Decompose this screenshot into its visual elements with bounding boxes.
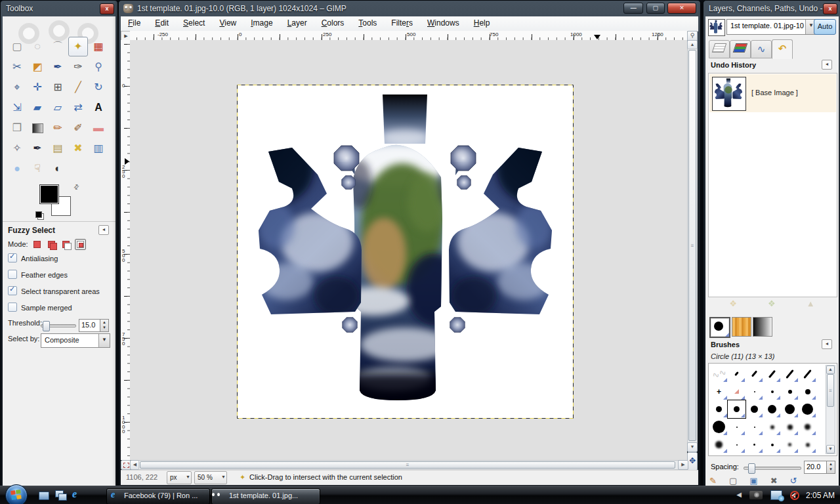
option-antialiasing[interactable]: Antialiasing xyxy=(8,253,58,265)
horizontal-scrollbar-thumb[interactable]: ≡ xyxy=(140,461,675,469)
tool-perspective[interactable]: ▱ xyxy=(48,98,68,117)
brush-cell[interactable] xyxy=(764,419,780,435)
internet-explorer-icon[interactable]: e xyxy=(72,488,84,499)
canvas-image[interactable] xyxy=(237,85,574,419)
menu-colors[interactable]: Colors xyxy=(314,16,352,30)
unit-dropdown[interactable]: px ▼ xyxy=(167,471,192,484)
spacing-spinner[interactable]: 20.0 ▲▼ xyxy=(804,461,835,474)
select-by-dropdown[interactable]: Composite ▼ xyxy=(41,333,110,348)
brush-cell[interactable] xyxy=(728,419,745,435)
brush-cell[interactable] xyxy=(782,401,798,417)
brush-scrollbar[interactable]: ▲ ≡ ▼ xyxy=(826,365,835,454)
tool-ellipse-select[interactable]: ◌ xyxy=(28,37,47,56)
tool-rotate[interactable]: ↻ xyxy=(89,77,108,97)
tool-dodge-burn[interactable]: ◐ xyxy=(48,159,68,178)
close-button[interactable]: ✕ xyxy=(667,3,696,14)
menu-image[interactable]: Image xyxy=(243,16,280,30)
tool-paintbrush[interactable]: ✐ xyxy=(68,118,88,138)
color-swatches[interactable]: ⇄ xyxy=(39,184,80,219)
taskbar-task-gimp[interactable]: 1st template. 01.jpg... xyxy=(211,488,320,504)
show-desktop-icon[interactable] xyxy=(38,490,50,501)
tool-fuzzy-select[interactable]: ✦ xyxy=(68,37,88,56)
tray-chevron-icon[interactable]: ◀ xyxy=(736,491,742,498)
brush-cell[interactable] xyxy=(782,383,798,400)
brush-cell[interactable] xyxy=(799,401,816,417)
menu-help[interactable]: Help xyxy=(467,16,497,30)
main-titlebar[interactable]: 1st template. 01.jpg-10.0 (RGB, 1 layer)… xyxy=(119,1,700,16)
brush-cell[interactable] xyxy=(764,436,780,453)
maximize-button[interactable]: ▢ xyxy=(646,3,665,14)
toolbox-close-icon[interactable]: x xyxy=(100,3,114,14)
brush-cell[interactable] xyxy=(728,383,745,400)
list-item[interactable]: [ Base Image ] xyxy=(709,74,836,112)
menu-file[interactable]: File xyxy=(121,16,148,30)
brush-cell[interactable] xyxy=(799,383,816,400)
tab-layers[interactable] xyxy=(709,40,730,58)
brush-cell[interactable] xyxy=(782,436,798,453)
tool-foreground-select[interactable]: ◩ xyxy=(28,57,47,77)
menu-filters[interactable]: Filters xyxy=(384,16,420,30)
menu-select[interactable]: Select xyxy=(176,16,212,30)
tab-undo-history[interactable]: ↶ xyxy=(772,39,793,59)
taskbar-task-facebook[interactable]: e Facebook (79) | Ron ... xyxy=(106,488,210,504)
collapse-undo-button[interactable]: ◂ xyxy=(822,60,832,70)
brush-cell[interactable] xyxy=(799,366,816,382)
tool-heal[interactable]: ✖ xyxy=(68,138,88,158)
tool-eraser[interactable]: ▬ xyxy=(89,118,108,138)
tool-crop[interactable]: ╱ xyxy=(68,77,88,97)
brush-cell[interactable] xyxy=(746,436,763,453)
dock-titlebar[interactable]: Layers, Channels, Paths, Undo - ... x xyxy=(704,1,840,16)
active-brush-chip[interactable] xyxy=(709,317,730,338)
tool-airbrush[interactable]: ✧ xyxy=(7,138,27,158)
tool-color-picker[interactable]: ✑ xyxy=(68,57,88,77)
brush-cell[interactable] xyxy=(782,366,798,382)
undo-history-list[interactable]: [ Base Image ] xyxy=(708,73,837,297)
network-icon[interactable] xyxy=(770,490,782,500)
chevron-down-icon[interactable]: ▼ xyxy=(98,334,110,347)
image-dropdown[interactable]: 1st template. 01.jpg-10 ▼ xyxy=(726,19,817,35)
tool-bucket-fill[interactable]: ❒ xyxy=(7,118,27,138)
brush-cell[interactable]: ∿∿ xyxy=(711,366,727,382)
default-colors-icon[interactable] xyxy=(35,211,44,220)
auto-button[interactable]: Auto xyxy=(814,19,836,35)
threshold-slider-thumb[interactable] xyxy=(43,321,50,331)
mode-subtract-button[interactable] xyxy=(60,239,72,250)
tool-clone[interactable]: ▤ xyxy=(48,138,68,158)
checkbox-icon[interactable] xyxy=(8,303,17,312)
dock-close-icon[interactable]: x xyxy=(823,3,837,14)
brush-cell[interactable] xyxy=(764,383,780,400)
foreground-color-swatch[interactable] xyxy=(39,184,59,204)
tool-rectangle-select[interactable]: ▢ xyxy=(7,37,27,56)
tool-measure[interactable]: ⌖ xyxy=(7,77,27,97)
mode-replace-button[interactable] xyxy=(32,239,43,250)
tool-blur-sharpen[interactable]: ● xyxy=(7,159,27,178)
vertical-ruler[interactable]: 02505007501000 xyxy=(121,40,131,460)
tool-ink[interactable]: ✒ xyxy=(28,138,47,158)
brush-cell-selected[interactable] xyxy=(728,401,745,417)
collapse-options-button[interactable]: ◂ xyxy=(98,225,109,235)
brush-cell[interactable] xyxy=(799,419,816,435)
brush-cell[interactable] xyxy=(711,419,727,435)
switch-windows-icon[interactable] xyxy=(55,490,67,501)
canvas-viewport[interactable] xyxy=(130,40,687,460)
threshold-spinner[interactable]: 15.0 ▲▼ xyxy=(79,319,109,332)
refresh-brushes-button[interactable]: ↺ xyxy=(790,476,797,486)
mode-add-button[interactable] xyxy=(46,239,57,250)
checkbox-icon[interactable] xyxy=(8,253,17,262)
tab-channels[interactable] xyxy=(730,40,751,58)
menu-tools[interactable]: Tools xyxy=(351,16,384,30)
new-brush-button[interactable]: ▢ xyxy=(729,476,737,486)
scroll-down-icon[interactable]: ▼ xyxy=(687,442,698,452)
undo-button[interactable]: ❖ xyxy=(729,299,737,308)
tool-flip[interactable]: ⇄ xyxy=(68,98,88,117)
brush-cell[interactable] xyxy=(764,366,780,382)
active-pattern-chip[interactable] xyxy=(732,317,751,337)
tool-text[interactable]: A xyxy=(89,98,108,117)
start-button[interactable] xyxy=(5,484,28,504)
brush-cell[interactable] xyxy=(746,401,763,417)
menu-layer[interactable]: Layer xyxy=(280,16,314,30)
threshold-slider[interactable] xyxy=(41,324,76,327)
menu-edit[interactable]: Edit xyxy=(148,16,176,30)
tool-zoom[interactable]: ⚲ xyxy=(89,57,108,77)
brush-cell[interactable] xyxy=(728,366,745,382)
